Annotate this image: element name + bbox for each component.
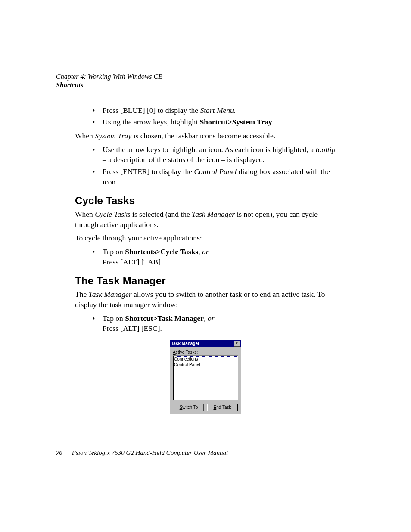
list-item[interactable]: Connections bbox=[174, 356, 237, 362]
list-item: Tap on Shortcuts>Cycle Tasks, or Press [… bbox=[75, 247, 336, 267]
heading-task-manager: The Task Manager bbox=[75, 275, 336, 287]
list-item: Use the arrow keys to highlight an icon.… bbox=[75, 145, 336, 165]
instruction-list-2: Use the arrow keys to highlight an icon.… bbox=[75, 145, 336, 187]
task-manager-window: Task Manager × Active Tasks: Connections… bbox=[170, 340, 241, 414]
section-header: Shortcuts bbox=[56, 81, 336, 89]
list-item: Using the arrow keys, highlight Shortcut… bbox=[75, 117, 336, 128]
footer-title: Psion Teklogix 7530 G2 Hand-Held Compute… bbox=[72, 449, 228, 456]
active-tasks-label: Active Tasks: bbox=[173, 350, 238, 355]
page-footer: 70 Psion Teklogix 7530 G2 Hand-Held Comp… bbox=[56, 449, 336, 457]
heading-cycle-tasks: Cycle Tasks bbox=[75, 195, 336, 207]
instruction-list-1: Press [BLUE] [0] to display the Start Me… bbox=[75, 106, 336, 128]
window-title-bar: Task Manager × bbox=[170, 340, 241, 347]
window-title: Task Manager bbox=[171, 341, 199, 346]
end-task-button[interactable]: End Task bbox=[207, 404, 237, 411]
list-item[interactable]: Control Panel bbox=[174, 362, 237, 367]
paragraph: The Task Manager allows you to switch to… bbox=[75, 289, 336, 310]
task-listbox[interactable]: Connections Control Panel bbox=[173, 355, 238, 400]
close-icon[interactable]: × bbox=[234, 341, 240, 347]
page-number: 70 bbox=[56, 449, 62, 456]
chapter-header: Chapter 4: Working With Windows CE bbox=[56, 72, 336, 81]
paragraph: When System Tray is chosen, the taskbar … bbox=[75, 131, 336, 141]
paragraph: When Cycle Tasks is selected (and the Ta… bbox=[75, 209, 336, 230]
paragraph: To cycle through your active application… bbox=[75, 233, 336, 243]
instruction-list-4: Tap on Shortcut>Task Manager, or Press [… bbox=[75, 314, 336, 334]
list-item: Press [BLUE] [0] to display the Start Me… bbox=[75, 106, 336, 116]
switch-to-button[interactable]: Switch To bbox=[174, 404, 204, 411]
list-item: Press [ENTER] to display the Control Pan… bbox=[75, 167, 336, 187]
list-item: Tap on Shortcut>Task Manager, or Press [… bbox=[75, 314, 336, 334]
instruction-list-3: Tap on Shortcuts>Cycle Tasks, or Press [… bbox=[75, 247, 336, 267]
